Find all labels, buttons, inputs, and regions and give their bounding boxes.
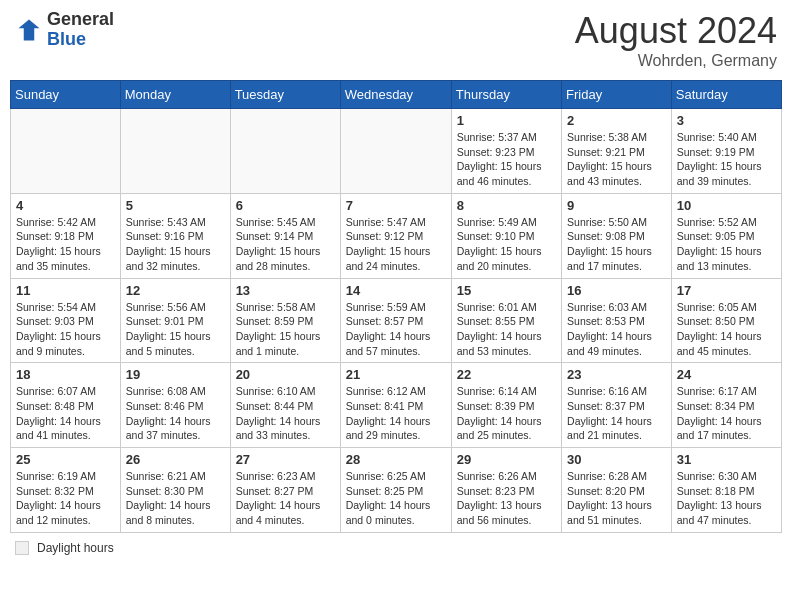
day-number: 6 xyxy=(236,198,335,213)
calendar-day-cell: 20Sunrise: 6:10 AM Sunset: 8:44 PM Dayli… xyxy=(230,363,340,448)
calendar-day-cell xyxy=(340,109,451,194)
day-info: Sunrise: 5:37 AM Sunset: 9:23 PM Dayligh… xyxy=(457,130,556,189)
calendar-day-cell: 18Sunrise: 6:07 AM Sunset: 8:48 PM Dayli… xyxy=(11,363,121,448)
day-info: Sunrise: 6:14 AM Sunset: 8:39 PM Dayligh… xyxy=(457,384,556,443)
day-number: 20 xyxy=(236,367,335,382)
calendar-week-row: 25Sunrise: 6:19 AM Sunset: 8:32 PM Dayli… xyxy=(11,448,782,533)
day-number: 1 xyxy=(457,113,556,128)
calendar-day-header: Monday xyxy=(120,81,230,109)
day-info: Sunrise: 6:23 AM Sunset: 8:27 PM Dayligh… xyxy=(236,469,335,528)
calendar-day-header: Wednesday xyxy=(340,81,451,109)
day-info: Sunrise: 5:52 AM Sunset: 9:05 PM Dayligh… xyxy=(677,215,776,274)
calendar-week-row: 18Sunrise: 6:07 AM Sunset: 8:48 PM Dayli… xyxy=(11,363,782,448)
day-number: 13 xyxy=(236,283,335,298)
day-number: 12 xyxy=(126,283,225,298)
calendar-day-cell: 21Sunrise: 6:12 AM Sunset: 8:41 PM Dayli… xyxy=(340,363,451,448)
calendar-header-row: SundayMondayTuesdayWednesdayThursdayFrid… xyxy=(11,81,782,109)
calendar-day-cell: 8Sunrise: 5:49 AM Sunset: 9:10 PM Daylig… xyxy=(451,193,561,278)
calendar-day-cell: 11Sunrise: 5:54 AM Sunset: 9:03 PM Dayli… xyxy=(11,278,121,363)
day-number: 5 xyxy=(126,198,225,213)
calendar-day-cell: 2Sunrise: 5:38 AM Sunset: 9:21 PM Daylig… xyxy=(562,109,672,194)
day-number: 8 xyxy=(457,198,556,213)
calendar-day-cell: 25Sunrise: 6:19 AM Sunset: 8:32 PM Dayli… xyxy=(11,448,121,533)
calendar-day-header: Saturday xyxy=(671,81,781,109)
calendar-day-header: Sunday xyxy=(11,81,121,109)
day-info: Sunrise: 5:45 AM Sunset: 9:14 PM Dayligh… xyxy=(236,215,335,274)
day-info: Sunrise: 6:19 AM Sunset: 8:32 PM Dayligh… xyxy=(16,469,115,528)
calendar-day-cell: 31Sunrise: 6:30 AM Sunset: 8:18 PM Dayli… xyxy=(671,448,781,533)
calendar-day-header: Friday xyxy=(562,81,672,109)
calendar-day-cell: 14Sunrise: 5:59 AM Sunset: 8:57 PM Dayli… xyxy=(340,278,451,363)
day-number: 9 xyxy=(567,198,666,213)
calendar-day-cell xyxy=(230,109,340,194)
day-number: 28 xyxy=(346,452,446,467)
day-number: 19 xyxy=(126,367,225,382)
calendar-table: SundayMondayTuesdayWednesdayThursdayFrid… xyxy=(10,80,782,533)
calendar-day-cell: 9Sunrise: 5:50 AM Sunset: 9:08 PM Daylig… xyxy=(562,193,672,278)
calendar-day-cell: 4Sunrise: 5:42 AM Sunset: 9:18 PM Daylig… xyxy=(11,193,121,278)
logo-icon xyxy=(15,16,43,44)
calendar-day-cell: 6Sunrise: 5:45 AM Sunset: 9:14 PM Daylig… xyxy=(230,193,340,278)
day-info: Sunrise: 6:17 AM Sunset: 8:34 PM Dayligh… xyxy=(677,384,776,443)
calendar-week-row: 1Sunrise: 5:37 AM Sunset: 9:23 PM Daylig… xyxy=(11,109,782,194)
calendar-day-cell: 22Sunrise: 6:14 AM Sunset: 8:39 PM Dayli… xyxy=(451,363,561,448)
day-info: Sunrise: 5:42 AM Sunset: 9:18 PM Dayligh… xyxy=(16,215,115,274)
calendar-day-cell: 17Sunrise: 6:05 AM Sunset: 8:50 PM Dayli… xyxy=(671,278,781,363)
day-number: 27 xyxy=(236,452,335,467)
legend-label: Daylight hours xyxy=(37,541,114,555)
calendar-day-cell xyxy=(120,109,230,194)
day-number: 25 xyxy=(16,452,115,467)
day-info: Sunrise: 5:59 AM Sunset: 8:57 PM Dayligh… xyxy=(346,300,446,359)
day-number: 3 xyxy=(677,113,776,128)
day-number: 15 xyxy=(457,283,556,298)
calendar-day-cell: 24Sunrise: 6:17 AM Sunset: 8:34 PM Dayli… xyxy=(671,363,781,448)
page-header: General Blue August 2024 Wohrden, German… xyxy=(10,10,782,70)
day-info: Sunrise: 6:12 AM Sunset: 8:41 PM Dayligh… xyxy=(346,384,446,443)
day-info: Sunrise: 5:38 AM Sunset: 9:21 PM Dayligh… xyxy=(567,130,666,189)
day-info: Sunrise: 5:47 AM Sunset: 9:12 PM Dayligh… xyxy=(346,215,446,274)
day-number: 23 xyxy=(567,367,666,382)
day-number: 11 xyxy=(16,283,115,298)
day-info: Sunrise: 6:21 AM Sunset: 8:30 PM Dayligh… xyxy=(126,469,225,528)
day-info: Sunrise: 6:08 AM Sunset: 8:46 PM Dayligh… xyxy=(126,384,225,443)
day-info: Sunrise: 6:16 AM Sunset: 8:37 PM Dayligh… xyxy=(567,384,666,443)
calendar-day-cell: 1Sunrise: 5:37 AM Sunset: 9:23 PM Daylig… xyxy=(451,109,561,194)
day-info: Sunrise: 6:01 AM Sunset: 8:55 PM Dayligh… xyxy=(457,300,556,359)
calendar-day-cell: 19Sunrise: 6:08 AM Sunset: 8:46 PM Dayli… xyxy=(120,363,230,448)
calendar-week-row: 11Sunrise: 5:54 AM Sunset: 9:03 PM Dayli… xyxy=(11,278,782,363)
day-number: 30 xyxy=(567,452,666,467)
day-number: 4 xyxy=(16,198,115,213)
day-info: Sunrise: 5:54 AM Sunset: 9:03 PM Dayligh… xyxy=(16,300,115,359)
day-number: 14 xyxy=(346,283,446,298)
day-info: Sunrise: 6:28 AM Sunset: 8:20 PM Dayligh… xyxy=(567,469,666,528)
svg-marker-0 xyxy=(19,19,40,40)
location: Wohrden, Germany xyxy=(575,52,777,70)
calendar-day-cell: 12Sunrise: 5:56 AM Sunset: 9:01 PM Dayli… xyxy=(120,278,230,363)
calendar-day-cell: 27Sunrise: 6:23 AM Sunset: 8:27 PM Dayli… xyxy=(230,448,340,533)
day-number: 31 xyxy=(677,452,776,467)
day-number: 18 xyxy=(16,367,115,382)
calendar-day-cell: 28Sunrise: 6:25 AM Sunset: 8:25 PM Dayli… xyxy=(340,448,451,533)
logo: General Blue xyxy=(15,10,114,50)
title-block: August 2024 Wohrden, Germany xyxy=(575,10,777,70)
day-info: Sunrise: 5:50 AM Sunset: 9:08 PM Dayligh… xyxy=(567,215,666,274)
day-number: 24 xyxy=(677,367,776,382)
day-number: 17 xyxy=(677,283,776,298)
day-info: Sunrise: 6:07 AM Sunset: 8:48 PM Dayligh… xyxy=(16,384,115,443)
calendar-week-row: 4Sunrise: 5:42 AM Sunset: 9:18 PM Daylig… xyxy=(11,193,782,278)
calendar-day-cell: 16Sunrise: 6:03 AM Sunset: 8:53 PM Dayli… xyxy=(562,278,672,363)
calendar-day-cell: 23Sunrise: 6:16 AM Sunset: 8:37 PM Dayli… xyxy=(562,363,672,448)
day-number: 29 xyxy=(457,452,556,467)
calendar-day-cell: 29Sunrise: 6:26 AM Sunset: 8:23 PM Dayli… xyxy=(451,448,561,533)
day-number: 16 xyxy=(567,283,666,298)
calendar-day-cell: 10Sunrise: 5:52 AM Sunset: 9:05 PM Dayli… xyxy=(671,193,781,278)
calendar-day-cell: 13Sunrise: 5:58 AM Sunset: 8:59 PM Dayli… xyxy=(230,278,340,363)
day-info: Sunrise: 5:40 AM Sunset: 9:19 PM Dayligh… xyxy=(677,130,776,189)
calendar-day-cell: 15Sunrise: 6:01 AM Sunset: 8:55 PM Dayli… xyxy=(451,278,561,363)
day-info: Sunrise: 5:43 AM Sunset: 9:16 PM Dayligh… xyxy=(126,215,225,274)
legend-box xyxy=(15,541,29,555)
calendar-day-cell xyxy=(11,109,121,194)
day-info: Sunrise: 6:30 AM Sunset: 8:18 PM Dayligh… xyxy=(677,469,776,528)
calendar-day-cell: 3Sunrise: 5:40 AM Sunset: 9:19 PM Daylig… xyxy=(671,109,781,194)
day-info: Sunrise: 6:26 AM Sunset: 8:23 PM Dayligh… xyxy=(457,469,556,528)
